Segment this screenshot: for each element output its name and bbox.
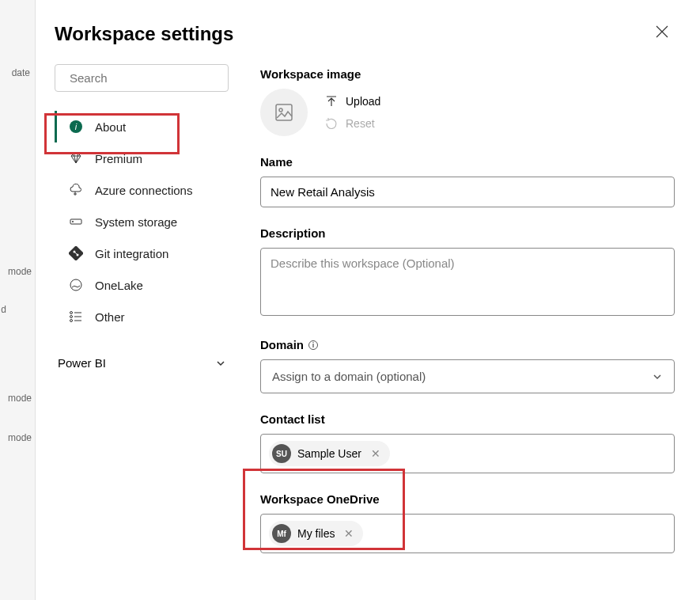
reset-button: Reset bbox=[325, 117, 380, 130]
right-column: Workspace image Upload Reset bbox=[260, 64, 675, 572]
svg-point-11 bbox=[70, 320, 73, 322]
description-input[interactable] bbox=[260, 248, 675, 316]
description-label: Description bbox=[260, 226, 675, 240]
nav-item-storage[interactable]: System storage bbox=[55, 206, 229, 237]
nav-label: Azure connections bbox=[95, 184, 192, 197]
onedrive-label: Workspace OneDrive bbox=[260, 492, 675, 506]
svg-point-10 bbox=[70, 316, 73, 318]
bg-text: mode bbox=[8, 266, 32, 277]
modal-content: i About Premium Azure connections bbox=[55, 64, 675, 572]
git-icon bbox=[68, 245, 84, 261]
svg-point-9 bbox=[70, 312, 73, 314]
onelake-icon bbox=[68, 277, 84, 293]
diamond-icon bbox=[68, 150, 84, 166]
domain-select[interactable]: Assign to a domain (optional) bbox=[260, 359, 675, 393]
bg-text: mode bbox=[8, 432, 32, 443]
nav-item-azure[interactable]: Azure connections bbox=[55, 174, 229, 206]
settings-modal: Workspace settings i About Premium bbox=[36, 0, 700, 600]
bg-text: date bbox=[12, 67, 30, 78]
reset-icon bbox=[325, 117, 338, 130]
chip-avatar: SU bbox=[272, 444, 291, 463]
chip-label: Sample User bbox=[297, 447, 361, 460]
nav-item-about[interactable]: i About bbox=[55, 111, 229, 142]
cloud-icon bbox=[68, 182, 84, 198]
chip-remove-button[interactable]: ✕ bbox=[341, 527, 357, 540]
description-group: Description bbox=[260, 226, 675, 319]
domain-placeholder: Assign to a domain (optional) bbox=[272, 370, 426, 383]
section-label: Power BI bbox=[58, 356, 106, 370]
nav-item-git[interactable]: Git integration bbox=[55, 237, 229, 269]
domain-label-text: Domain bbox=[260, 338, 304, 351]
chevron-down-icon bbox=[652, 371, 663, 382]
modal-title: Workspace settings bbox=[55, 23, 233, 45]
nav-item-onelake[interactable]: OneLake bbox=[55, 269, 229, 301]
onedrive-chip: Mf My files ✕ bbox=[269, 521, 363, 546]
nav-label: OneLake bbox=[95, 279, 143, 292]
nav-label: Git integration bbox=[95, 247, 168, 260]
contact-chip: SU Sample User ✕ bbox=[269, 441, 390, 466]
image-icon bbox=[274, 102, 294, 123]
svg-point-13 bbox=[279, 108, 282, 112]
contact-label: Contact list bbox=[260, 412, 675, 426]
nav-label: Premium bbox=[95, 152, 142, 165]
image-placeholder bbox=[260, 89, 308, 136]
nav-label: Other bbox=[95, 310, 125, 324]
storage-icon bbox=[68, 214, 84, 230]
image-actions: Upload Reset bbox=[325, 95, 380, 130]
upload-button[interactable]: Upload bbox=[325, 95, 380, 108]
nav-section-powerbi[interactable]: Power BI bbox=[55, 350, 229, 376]
contact-input[interactable]: SU Sample User ✕ bbox=[260, 434, 675, 473]
bg-text: d bbox=[1, 304, 6, 315]
domain-label: Domain i bbox=[260, 338, 675, 351]
name-group: Name bbox=[260, 155, 675, 207]
modal-header: Workspace settings bbox=[55, 19, 675, 48]
upload-label: Upload bbox=[346, 95, 380, 108]
image-label: Workspace image bbox=[260, 67, 675, 81]
upload-icon bbox=[325, 95, 338, 108]
reset-label: Reset bbox=[346, 117, 375, 130]
image-row: Upload Reset bbox=[260, 89, 675, 136]
chip-remove-button[interactable]: ✕ bbox=[368, 447, 384, 460]
close-icon bbox=[656, 25, 668, 38]
bg-text: mode bbox=[8, 393, 32, 404]
onedrive-group: Workspace OneDrive Mf My files ✕ bbox=[260, 492, 675, 553]
chevron-down-icon bbox=[216, 359, 225, 368]
search-input[interactable] bbox=[70, 71, 220, 85]
name-input[interactable] bbox=[260, 177, 675, 207]
background-panel: date mode d mode mode bbox=[0, 0, 36, 600]
contact-group: Contact list SU Sample User ✕ bbox=[260, 412, 675, 473]
domain-group: Domain i Assign to a domain (optional) bbox=[260, 338, 675, 393]
info-icon[interactable]: i bbox=[308, 340, 318, 350]
svg-rect-12 bbox=[276, 104, 292, 120]
svg-point-4 bbox=[72, 221, 74, 222]
chip-label: My files bbox=[297, 527, 335, 540]
nav-item-other[interactable]: Other bbox=[55, 301, 229, 332]
search-input-container[interactable] bbox=[55, 64, 229, 92]
left-column: i About Premium Azure connections bbox=[55, 64, 229, 572]
chip-avatar: Mf bbox=[272, 524, 291, 543]
nav-label: System storage bbox=[95, 215, 177, 229]
svg-point-8 bbox=[70, 279, 81, 291]
onedrive-input[interactable]: Mf My files ✕ bbox=[260, 514, 675, 553]
name-label: Name bbox=[260, 155, 675, 169]
close-button[interactable] bbox=[649, 19, 675, 48]
workspace-image-group: Workspace image Upload Reset bbox=[260, 67, 675, 136]
nav-item-premium[interactable]: Premium bbox=[55, 142, 229, 174]
info-circle-icon: i bbox=[68, 119, 84, 135]
list-icon bbox=[68, 309, 84, 325]
nav-label: About bbox=[95, 120, 126, 134]
